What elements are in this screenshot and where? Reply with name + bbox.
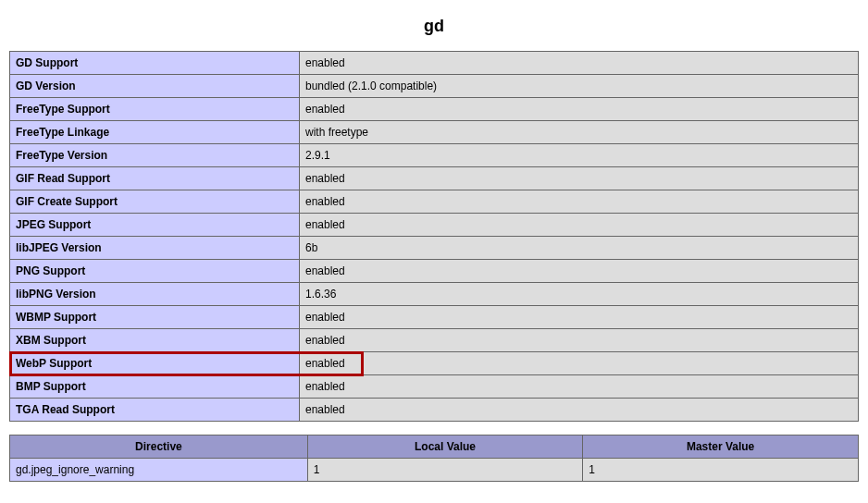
directive-name: gd.jpeg_ignore_warning [10,459,308,482]
info-row: GIF Create Supportenabled [10,190,859,214]
directive-local-value: 1 [307,459,582,482]
info-value: enabled [300,98,859,121]
col-directive: Directive [10,436,308,459]
info-value: enabled [300,329,859,352]
info-row: FreeType Linkagewith freetype [10,121,859,144]
info-value: with freetype [300,121,859,144]
info-value: 1.6.36 [300,283,859,306]
directive-row: gd.jpeg_ignore_warning 1 1 [10,459,859,482]
info-row: GD Supportenabled [10,52,859,75]
info-row: libJPEG Version6b [10,237,859,260]
info-label: libPNG Version [10,283,300,306]
info-value: enabled [300,399,859,422]
info-row: JPEG Supportenabled [10,214,859,237]
info-value: enabled [300,375,859,399]
info-label: TGA Read Support [10,399,300,422]
info-value: enabled [300,306,859,329]
info-label: GIF Create Support [10,190,300,214]
info-label: FreeType Version [10,144,300,167]
info-value: enabled [300,52,859,75]
info-label: JPEG Support [10,214,300,237]
info-label: GIF Read Support [10,167,300,190]
info-row: GD Versionbundled (2.1.0 compatible) [10,75,859,98]
info-row: PNG Supportenabled [10,260,859,283]
info-label: WBMP Support [10,306,300,329]
info-row: BMP Supportenabled [10,375,859,399]
info-row: WebP Supportenabled [10,352,859,375]
directives-header-row: Directive Local Value Master Value [10,436,859,459]
col-local-value: Local Value [307,436,582,459]
info-value: 6b [300,237,859,260]
gd-info-table: GD SupportenabledGD Versionbundled (2.1.… [9,51,859,422]
info-row: GIF Read Supportenabled [10,167,859,190]
info-value: enabled [300,167,859,190]
info-label: GD Support [10,52,300,75]
info-label: PNG Support [10,260,300,283]
info-label: libJPEG Version [10,237,300,260]
info-label: XBM Support [10,329,300,352]
info-label: BMP Support [10,375,300,399]
info-value: enabled [300,352,859,375]
info-row: FreeType Version2.9.1 [10,144,859,167]
info-row: XBM Supportenabled [10,329,859,352]
info-row: TGA Read Supportenabled [10,399,859,422]
info-row: FreeType Supportenabled [10,98,859,121]
info-value: enabled [300,214,859,237]
info-label: FreeType Linkage [10,121,300,144]
directive-master-value: 1 [583,459,859,482]
info-label: WebP Support [10,352,300,375]
info-value: enabled [300,260,859,283]
section-title: gd [9,17,859,36]
info-label: FreeType Support [10,98,300,121]
gd-directives-table: Directive Local Value Master Value gd.jp… [9,435,859,482]
info-value: 2.9.1 [300,144,859,167]
info-value: bundled (2.1.0 compatible) [300,75,859,98]
info-value: enabled [300,190,859,214]
info-row: libPNG Version1.6.36 [10,283,859,306]
info-row: WBMP Supportenabled [10,306,859,329]
col-master-value: Master Value [583,436,859,459]
info-label: GD Version [10,75,300,98]
